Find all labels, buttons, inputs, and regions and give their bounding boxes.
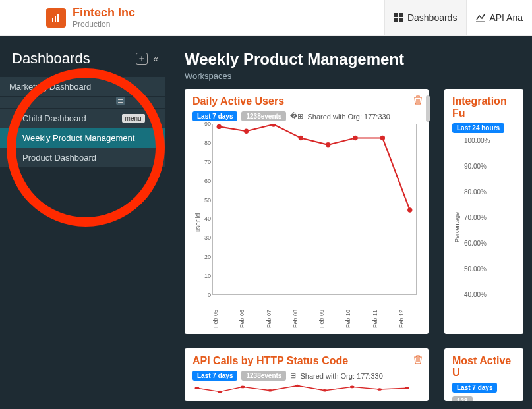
- app-header: Fintech Inc Production Dashboards API An…: [0, 0, 532, 36]
- events-badge[interactable]: 123: [452, 396, 473, 401]
- sidebar-item-label: Marketing Dashboard: [9, 82, 91, 92]
- card-title: Integration Fu: [452, 95, 516, 119]
- grid-icon: [394, 13, 403, 22]
- svg-rect-6: [399, 18, 403, 22]
- svg-point-12: [244, 129, 249, 134]
- tab-label: Dashboards: [407, 13, 458, 23]
- sidebar-title: Dashboards: [12, 50, 90, 67]
- time-range-badge[interactable]: Last 7 days: [452, 383, 497, 393]
- svg-rect-3: [394, 13, 398, 17]
- sidebar-item-label: Product Dashboard: [22, 153, 96, 163]
- card-title: API Calls by HTTP Status Code: [192, 355, 421, 367]
- delete-card-icon[interactable]: [414, 355, 422, 366]
- svg-point-29: [377, 388, 382, 391]
- svg-rect-5: [394, 18, 398, 22]
- sidebar-item-weekly-product[interactable]: Weekly Product Management: [0, 128, 165, 148]
- svg-point-17: [380, 136, 385, 140]
- item-menu-button[interactable]: menu: [122, 114, 145, 123]
- dau-chart: user.id 9080706050403020100 Feb 05: [192, 124, 421, 315]
- svg-rect-0: [52, 18, 53, 22]
- svg-point-15: [326, 142, 330, 147]
- share-text: Shared with Org: 177:330: [300, 372, 382, 380]
- page-title: Weekly Product Management: [185, 50, 532, 68]
- svg-point-11: [217, 124, 222, 129]
- svg-point-18: [407, 207, 412, 212]
- pct-ticks: 100.00% 90.00% 80.00% 70.00% 60.00% 50.0…: [464, 137, 516, 298]
- share-icon: �⊞: [290, 112, 303, 121]
- svg-point-14: [299, 136, 303, 140]
- share-icon: ⊞: [290, 371, 296, 380]
- share-text: Shared with Org: 177:330: [307, 113, 390, 121]
- svg-point-25: [268, 389, 272, 392]
- events-badge[interactable]: 1238events: [241, 371, 286, 381]
- brand-logo-icon: [46, 8, 66, 28]
- add-dashboard-button[interactable]: ＋: [136, 53, 148, 65]
- svg-point-28: [350, 386, 355, 389]
- collapse-sidebar-icon[interactable]: «: [153, 53, 158, 64]
- api-sparkline: [192, 383, 421, 395]
- brand-name: Fintech Inc: [73, 6, 135, 20]
- time-range-badge[interactable]: Last 7 days: [192, 371, 237, 381]
- svg-point-24: [241, 386, 245, 389]
- drag-handle-icon[interactable]: [116, 97, 125, 105]
- svg-point-16: [353, 136, 357, 140]
- drag-handle-icon[interactable]: ≡: [152, 115, 156, 123]
- card-title: Most Active U: [452, 355, 516, 379]
- card-title: Daily Active Users: [192, 95, 421, 107]
- sidebar: Dashboards ＋ « Marketing Dashboard Child…: [0, 36, 165, 409]
- scrollbar[interactable]: [426, 95, 430, 122]
- svg-rect-2: [57, 14, 59, 22]
- time-range-badge[interactable]: Last 24 hours: [452, 123, 504, 133]
- tab-api-analytics[interactable]: API Ana: [466, 0, 532, 35]
- card-most-active-users: Most Active U Last 7 days 123 30: [444, 348, 523, 401]
- chart-icon: [476, 13, 485, 22]
- sidebar-item-child[interactable]: Child Dashboard menu ≡: [0, 108, 165, 128]
- svg-rect-1: [55, 16, 56, 22]
- main-content: Weekly Product Management Workspaces Dai…: [165, 36, 532, 409]
- card-daily-active-users: Daily Active Users Last 7 days 1238event…: [185, 89, 429, 334]
- time-range-badge[interactable]: Last 7 days: [192, 111, 237, 121]
- svg-point-13: [271, 124, 276, 127]
- drag-handle-row: [0, 96, 165, 108]
- svg-point-23: [218, 391, 222, 393]
- svg-point-26: [295, 385, 300, 387]
- nav-tabs: Dashboards API Ana: [384, 0, 532, 35]
- dashboard-list: Marketing Dashboard Child Dashboard menu…: [0, 76, 165, 167]
- svg-point-22: [194, 387, 199, 389]
- sidebar-item-marketing[interactable]: Marketing Dashboard: [0, 76, 165, 96]
- card-integration-funnel: Integration Fu Last 24 hours Percentage …: [444, 89, 523, 334]
- svg-rect-4: [399, 13, 403, 17]
- y-axis-ticks: 9080706050403020100: [198, 121, 211, 298]
- sidebar-item-label: Weekly Product Management: [22, 133, 134, 143]
- svg-point-27: [322, 389, 327, 392]
- x-axis-ticks: Feb 05 Feb 06 Feb 07 Feb 08 Feb 09 Feb 1…: [212, 310, 417, 316]
- y-axis-label: Percentage: [454, 212, 460, 242]
- sidebar-item-product[interactable]: Product Dashboard: [0, 148, 165, 167]
- tab-label: API Ana: [489, 13, 523, 23]
- tab-dashboards[interactable]: Dashboards: [384, 0, 467, 35]
- svg-point-30: [405, 387, 409, 389]
- events-badge[interactable]: 1238events: [241, 111, 286, 121]
- delete-card-icon[interactable]: [414, 95, 422, 107]
- brand-block: Fintech Inc Production: [73, 6, 135, 29]
- card-api-calls: API Calls by HTTP Status Code Last 7 day…: [185, 348, 429, 401]
- page-subtitle: Workspaces: [185, 71, 532, 81]
- environment-label: Production: [73, 20, 135, 29]
- sidebar-item-label: Child Dashboard: [22, 113, 86, 123]
